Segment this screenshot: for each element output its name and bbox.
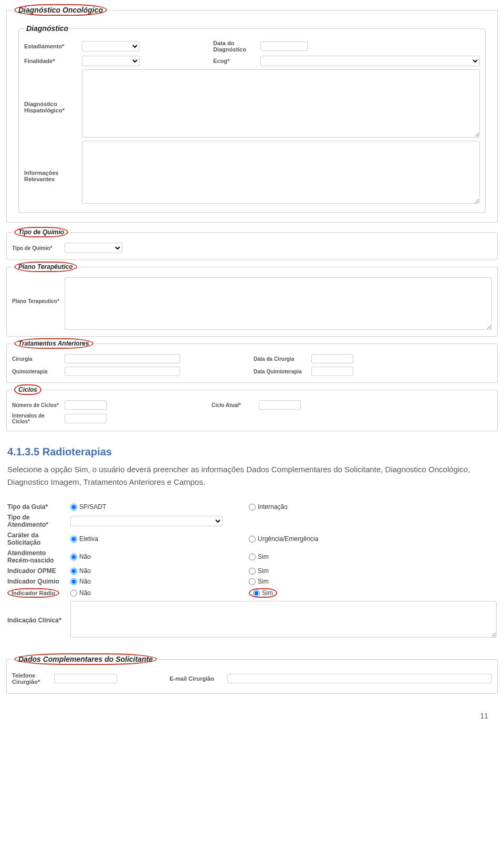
legend-text: Dados Complementares do Solicitante <box>14 653 157 665</box>
legend-dados-complementares: Dados Complementares do Solicitante <box>12 653 159 665</box>
radio-tipo-guia-sp[interactable] <box>70 504 77 511</box>
label-indicacao-clinica: Indicação Clínica* <box>7 617 70 624</box>
label-ind-quimio-sim: Sim <box>258 578 269 585</box>
label-ciclo-atual: Ciclo Atual* <box>212 402 259 408</box>
label-internacao: Internação <box>258 503 288 511</box>
textarea-diag-hispatologico[interactable] <box>82 69 480 138</box>
textarea-info-relevantes[interactable] <box>82 141 480 204</box>
label-ind-radio-nao: Não <box>79 589 91 597</box>
label-finalidade: Finalidade* <box>24 58 82 64</box>
label-indicador-opme: Indicador OPME <box>7 567 70 575</box>
label-ind-quimio-nao: Não <box>79 578 91 585</box>
select-estadiamento[interactable] <box>82 41 140 51</box>
label-recem-sim: Sim <box>258 553 269 560</box>
label-quimioterapia: Quimioterapia <box>12 369 65 374</box>
label-recem-nascido: Atendimento Recém-nascido <box>7 549 70 564</box>
label-eletiva: Eletiva <box>79 535 98 543</box>
fieldset-plano-terapeutico: Plano Terapêutico Plano Terapeutico* <box>6 262 498 337</box>
label-email-cirurgiao: E-mail Cirurgião <box>170 675 227 682</box>
label-tipo-quimio: Tipo de Quimio* <box>12 245 65 251</box>
circled-radio-sim: Sim <box>249 588 277 598</box>
legend-text: Diagnóstico Oncológico <box>14 4 107 16</box>
fieldset-dados-complementares: Dados Complementares do Solicitante Tele… <box>6 653 498 694</box>
label-intervalos-ciclos: Intervalos de Ciclos* <box>12 413 65 424</box>
input-data-quimioterapia[interactable] <box>311 367 353 376</box>
label-ind-radio-sim: Sim <box>262 589 273 597</box>
label-indicador-quimio: Indicador Quimio <box>7 578 70 585</box>
legend-diagnostico-oncologico: Diagnóstico Oncológico <box>12 4 109 16</box>
input-cirurgia[interactable] <box>65 354 180 363</box>
legend-text: Plano Terapêutico <box>14 262 77 272</box>
input-tel-cirurgiao[interactable] <box>54 674 117 683</box>
fieldset-tipo-quimio: Tipo de Quimio Tipo de Quimio* <box>6 227 498 260</box>
radio-opme-sim[interactable] <box>249 568 256 575</box>
label-recem-nao: Não <box>79 553 91 560</box>
textarea-plano-terapeutico[interactable] <box>65 277 492 330</box>
fieldset-tratamentos-anteriores: Tratamentos Anteriores Cirurgia Data da … <box>6 338 498 383</box>
fieldset-diagnostico-oncologico: Diagnóstico Oncológico Diagnóstico Estad… <box>6 4 498 223</box>
select-tipo-quimio[interactable] <box>65 243 122 253</box>
section-heading: 4.1.3.5 Radioterapias <box>7 446 497 458</box>
legend-tipo-quimio: Tipo de Quimio <box>12 227 70 237</box>
label-opme-nao: Não <box>79 567 91 575</box>
label-tel-cirurgiao: Telefone Cirurgião* <box>12 672 54 685</box>
radio-opme-nao[interactable] <box>70 568 77 575</box>
label-indicador-radio: Indicador Rádio <box>7 588 70 598</box>
input-email-cirurgiao[interactable] <box>227 674 492 683</box>
legend-text: Tipo de Quimio <box>14 227 68 237</box>
section-paragraph: Selecione a opção Sim, o usuário deverá … <box>7 463 497 488</box>
label-diag-hispatologico: Diagnóstico Hispatológico* <box>24 101 82 113</box>
fieldset-diagnostico: Diagnóstico Estadiamento* Data do Diagnó… <box>18 24 486 213</box>
legend-ciclos: Ciclos <box>12 384 44 395</box>
input-numero-ciclos[interactable] <box>65 400 107 410</box>
label-plano-terapeutico: Plano Terapeutico* <box>12 298 65 304</box>
label-info-relevantes: Informações Relevantes <box>24 170 82 182</box>
select-ecog[interactable] <box>260 56 480 66</box>
textarea-indicacao-clinica[interactable] <box>70 601 497 638</box>
radio-ind-radio-sim[interactable] <box>253 590 260 597</box>
radio-tipo-guia-internacao[interactable] <box>249 504 256 511</box>
radio-ind-radio-nao[interactable] <box>70 590 77 597</box>
label-cirurgia: Cirurgia <box>12 356 65 362</box>
label-urgencia: Urgência/Emergência <box>258 535 318 543</box>
label-tipo-atendimento: Tipo de Atendimento* <box>7 514 70 528</box>
radio-recem-nao[interactable] <box>70 554 77 560</box>
label-ind-radio-text: Indicador Rádio <box>7 588 59 598</box>
input-data-diagnostico[interactable] <box>260 41 308 51</box>
legend-text: Tratamentos Anteriores <box>14 338 93 349</box>
label-data-diagnostico: Data do Diagnóstico <box>213 40 260 53</box>
radio-ind-quimio-nao[interactable] <box>70 578 77 585</box>
label-data-quimioterapia: Data Quimioterapia <box>254 369 311 374</box>
input-data-cirurgia[interactable] <box>311 354 353 363</box>
radio-carater-eletiva[interactable] <box>70 536 77 543</box>
label-estadiamento: Estadiamento* <box>24 43 82 49</box>
label-sp-sadt: SP/SADT <box>79 503 106 511</box>
fieldset-ciclos: Ciclos Número de Ciclos* Ciclo Atual* In… <box>6 384 498 431</box>
input-quimioterapia[interactable] <box>65 367 180 376</box>
legend-tratamentos-anteriores: Tratamentos Anteriores <box>12 338 96 349</box>
page-number: 11 <box>0 696 504 726</box>
legend-diagnostico: Diagnóstico <box>24 24 70 33</box>
label-ecog: Ecog* <box>213 58 260 64</box>
select-finalidade[interactable] <box>82 56 140 66</box>
legend-plano-terapeutico: Plano Terapêutico <box>12 262 79 272</box>
label-opme-sim: Sim <box>258 567 269 575</box>
select-tipo-atendimento[interactable] <box>70 516 223 526</box>
label-tipo-guia: Tipo da Guia* <box>7 503 70 511</box>
input-ciclo-atual[interactable] <box>259 400 301 410</box>
input-intervalos-ciclos[interactable] <box>65 414 107 423</box>
legend-text: Ciclos <box>14 384 41 395</box>
radio-recem-sim[interactable] <box>249 554 256 560</box>
radio-carater-urgencia[interactable] <box>249 536 256 543</box>
label-numero-ciclos: Número de Ciclos* <box>12 402 65 408</box>
radio-ind-quimio-sim[interactable] <box>249 578 256 585</box>
label-data-cirurgia: Data da Cirurgia <box>254 356 311 362</box>
label-carater-solicitacao: Caráter da Solicitação <box>7 532 70 546</box>
